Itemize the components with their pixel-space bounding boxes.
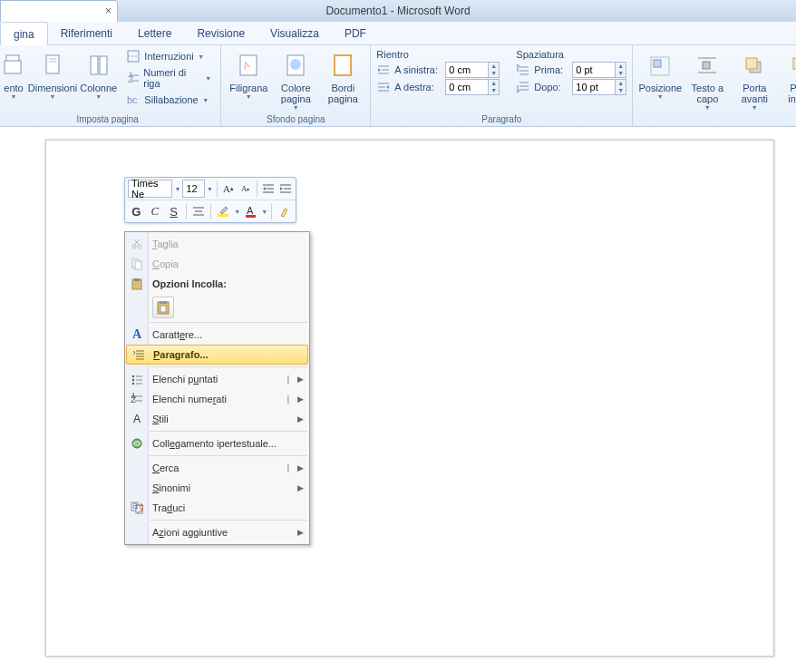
mini-highlight[interactable] (215, 202, 232, 220)
space-before-input[interactable] (573, 64, 615, 75)
mini-underline[interactable]: S (165, 202, 182, 220)
ctx-bullets[interactable]: Elenchi puntati | ▶ (125, 369, 309, 389)
btn-hyphenation[interactable]: bc Sillabazione ▼ (122, 92, 215, 108)
mini-grow-font[interactable]: A▴ (221, 180, 237, 198)
spinner-up-icon[interactable]: ▲ (489, 80, 499, 87)
dropdown-arrow-icon[interactable]: ▼ (174, 186, 180, 192)
btn-columns-label: Colonne (80, 83, 117, 93)
svg-point-67 (132, 375, 134, 377)
btn-line-numbers[interactable]: 12 Numeri di riga ▼ (122, 66, 215, 90)
tab-pdf[interactable]: PDF (332, 22, 379, 45)
indent-right-spinner[interactable]: ▲▼ (445, 79, 500, 95)
indent-right-input[interactable] (446, 82, 488, 93)
ctx-translate[interactable]: a文 Traduci (125, 498, 309, 518)
btn-columns[interactable]: Colonne ▼ (78, 48, 119, 102)
indent-left-spinner[interactable]: ▲▼ (445, 62, 500, 78)
ctx-styles[interactable]: A Stili ▶ (125, 409, 309, 429)
submenu-arrow-icon: ▶ (297, 528, 304, 537)
btn-breaks[interactable]: Interruzioni ▼ (122, 48, 215, 64)
tab-references[interactable]: Riferimenti (48, 22, 125, 45)
cut-icon (129, 236, 145, 252)
mini-font-name[interactable]: Times Ne (128, 180, 172, 198)
dropdown-arrow-icon[interactable]: ▼ (261, 209, 267, 215)
mini-font-size[interactable]: 12 (182, 180, 205, 198)
dropdown-arrow-icon: ▼ (752, 104, 758, 111)
group-arrange: Posizione ▼ Testo a capo ▼ Porta avanti … (633, 45, 796, 126)
ctx-paragraph[interactable]: Paragrafo... (126, 345, 308, 365)
spinner-down-icon[interactable]: ▼ (616, 70, 626, 77)
btn-send-backward-label: Porta indietr (788, 83, 796, 104)
title-bar: × Documento1 - Microsoft Word (0, 0, 796, 22)
svg-text:文: 文 (137, 502, 143, 513)
mini-font-size-value: 12 (186, 183, 197, 194)
ctx-numbering[interactable]: 12 Elenchi numerati | ▶ (125, 389, 309, 409)
spinner-down-icon[interactable]: ▼ (489, 87, 499, 94)
btn-orientation[interactable]: ento ▼ (0, 48, 27, 102)
mini-decrease-indent[interactable] (261, 180, 277, 198)
btn-position[interactable]: Posizione ▼ (638, 48, 682, 102)
tab-view[interactable]: Visualizza (257, 22, 332, 45)
space-after-icon (516, 80, 530, 94)
ctx-bullets-label: Elenchi puntati (152, 374, 218, 385)
font-icon: A (129, 326, 145, 343)
ctx-font[interactable]: A Carattere... (125, 325, 309, 345)
btn-bring-forward[interactable]: Porta avanti ▼ (733, 48, 776, 112)
indent-left-input[interactable] (446, 64, 488, 75)
btn-wrap-text[interactable]: Testo a capo ▼ (685, 48, 729, 112)
page-color-icon (281, 52, 310, 81)
page-borders-icon (328, 52, 357, 81)
mini-shrink-font[interactable]: A▾ (238, 180, 253, 198)
btn-watermark[interactable]: A Filigrana ▼ (227, 48, 270, 102)
space-after-input[interactable] (573, 82, 615, 93)
group-page-setup-label: Imposta pagina (0, 113, 215, 126)
svg-rect-51 (246, 215, 256, 218)
btn-size[interactable]: Dimensioni ▼ (31, 48, 74, 102)
svg-rect-1 (5, 61, 21, 73)
document-workspace[interactable] (0, 127, 796, 672)
ctx-cut: Taglia (125, 234, 309, 254)
ctx-hyperlink[interactable]: Collegamento ipertestuale... (125, 433, 309, 453)
dropdown-arrow-icon[interactable]: ▼ (234, 209, 240, 215)
space-after-spinner[interactable]: ▲▼ (572, 79, 626, 95)
spinner-down-icon[interactable]: ▼ (489, 70, 499, 77)
dropdown-arrow-icon: ▼ (50, 93, 56, 100)
mini-increase-indent[interactable] (277, 180, 293, 198)
tab-layout[interactable]: gina (0, 22, 48, 45)
space-before-icon (516, 63, 530, 77)
dropdown-arrow-icon[interactable]: ▼ (207, 186, 213, 192)
dropdown-arrow-icon: ▼ (198, 54, 205, 60)
ctx-synonyms[interactable]: Sinonimi ▶ (125, 478, 309, 498)
ctx-search[interactable]: Cerca | ▶ (125, 458, 309, 478)
spinner-down-icon[interactable]: ▼ (616, 87, 626, 94)
indent-left-label: A sinistra: (394, 64, 442, 75)
btn-breaks-label: Interruzioni (144, 51, 193, 62)
svg-text:bc: bc (127, 94, 138, 105)
spacing-header: Spaziatura (516, 49, 626, 60)
ribbon-tabs: gina Riferimenti Lettere Revisione Visua… (0, 22, 796, 45)
dropdown-arrow-icon: ▼ (657, 93, 664, 100)
hyperlink-icon (129, 435, 145, 452)
mini-format-painter[interactable] (276, 202, 293, 220)
mini-font-color[interactable]: A (242, 202, 259, 220)
space-before-spinner[interactable]: ▲▼ (572, 62, 626, 78)
svg-rect-62 (160, 306, 166, 312)
ctx-additional-actions-label: Azioni aggiuntive (152, 527, 228, 538)
ctx-paste-option-keep-source[interactable] (152, 297, 174, 318)
btn-page-borders[interactable]: Bordi pagina (321, 48, 364, 106)
spinner-up-icon[interactable]: ▲ (616, 80, 626, 87)
tab-mailings[interactable]: Lettere (125, 22, 184, 45)
btn-bring-forward-label: Porta avanti (742, 83, 768, 104)
background-window-tab: × (0, 0, 118, 22)
group-page-background-label: Sfondo pagina (227, 113, 364, 126)
background-tab-close-icon[interactable]: × (105, 5, 112, 17)
spinner-up-icon[interactable]: ▲ (616, 63, 626, 70)
mini-bold[interactable]: G (128, 202, 145, 220)
tab-review[interactable]: Revisione (184, 22, 257, 45)
btn-send-backward[interactable]: Porta indietr (780, 48, 796, 106)
btn-page-color[interactable]: Colore pagina ▼ (274, 48, 317, 112)
spinner-up-icon[interactable]: ▲ (489, 63, 499, 70)
mini-italic[interactable]: C (147, 202, 164, 220)
ctx-font-label: Carattere... (152, 329, 202, 340)
mini-align-center[interactable] (190, 202, 208, 220)
ctx-additional-actions[interactable]: Azioni aggiuntive ▶ (125, 522, 309, 542)
